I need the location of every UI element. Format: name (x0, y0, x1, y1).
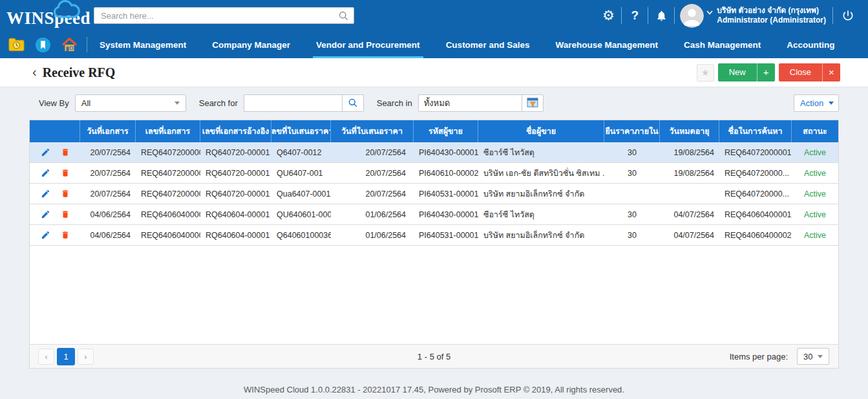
star-icon: ★ (701, 67, 710, 78)
prev-page-button[interactable]: ‹ (38, 349, 54, 365)
search-in-filter-button[interactable] (522, 94, 544, 112)
search-in-label: Search in (377, 98, 412, 108)
close-x-icon[interactable]: × (822, 63, 840, 81)
cell-doc_date: 20/07/2564 (80, 184, 136, 204)
column-header-doc_date[interactable]: วันที่เอกสาร (80, 120, 136, 142)
cell-doc_no: REQ64072000001 (136, 142, 200, 162)
cell-status: Active (792, 163, 838, 183)
edit-row-button[interactable] (41, 230, 50, 240)
settings-button[interactable]: ⚙ (595, 0, 621, 31)
nav-item-accounting[interactable]: Accounting (783, 31, 838, 58)
search-for-input[interactable] (244, 94, 342, 112)
notifications-button[interactable] (648, 0, 674, 31)
delete-row-button[interactable] (61, 210, 70, 219)
delete-row-button[interactable] (61, 230, 70, 240)
delete-row-button[interactable] (61, 147, 70, 157)
row-actions (30, 184, 80, 204)
edit-row-button[interactable] (41, 147, 50, 157)
cell-valid_within: 30 (604, 142, 660, 162)
page-title: Receive RFQ (43, 65, 116, 80)
items-per-page-select[interactable]: 30 (797, 348, 829, 365)
cell-ref_doc_no: RQ640720-00001 (200, 163, 271, 183)
table-row[interactable]: 04/06/2564REQ64060400002RQ640604-00001Q6… (30, 225, 838, 246)
back-button[interactable]: ‹ (32, 65, 37, 80)
column-header-doc_no[interactable]: เลขที่เอกสาร (136, 120, 200, 142)
bookmarks-button[interactable] (34, 36, 51, 53)
search-in-input[interactable] (418, 94, 522, 112)
plus-icon[interactable]: + (757, 63, 775, 81)
column-header-ref_doc_no[interactable]: เลขที่เอกสารอ้างอิง (200, 120, 271, 142)
company-name: บริษัท ตัวอย่าง จำกัด (กรุงเทพ) (717, 6, 826, 16)
cell-doc_no: REQ64060400002 (136, 225, 200, 245)
table-row[interactable]: 20/07/2564REQ64072000001RQ640720-00001Q6… (30, 142, 838, 163)
home-button[interactable] (61, 36, 78, 53)
nav-item-warehouse-management[interactable]: Warehouse Management (552, 31, 661, 58)
cell-quote_date: 01/06/2564 (331, 225, 414, 245)
recent-documents-button[interactable] (8, 36, 25, 53)
cell-quote_date: 01/06/2564 (331, 204, 414, 224)
close-button-label: Close (779, 63, 822, 81)
search-icon (348, 98, 358, 108)
cell-search_name: REQ64060400002 (719, 225, 792, 245)
cell-doc_date: 04/06/2564 (80, 204, 136, 224)
filter-bar: View By All Search for Search in Action (0, 88, 868, 118)
cell-doc_no: REQ64072000002 (136, 163, 200, 183)
column-header-vendor_name[interactable]: ชื่อผู้ขาย (478, 120, 604, 142)
action-label: Action (800, 98, 823, 108)
winspeed-logo[interactable]: WINSpeed (6, 0, 90, 31)
edit-row-button[interactable] (41, 189, 50, 199)
column-header-quote_date[interactable]: วันที่ใบเสนอราคา (331, 120, 414, 142)
bell-icon (655, 10, 668, 22)
table-row[interactable]: 04/06/2564REQ64060400001RQ640604-00001QU… (30, 204, 838, 225)
cell-doc_date: 20/07/2564 (80, 142, 136, 162)
cell-ref_doc_no: RQ640604-00001 (200, 225, 271, 245)
search-for-label: Search for (199, 98, 238, 108)
nav-item-vendor-and-procurement[interactable]: Vendor and Procurement (313, 31, 423, 58)
nav-item-system-management[interactable]: System Management (96, 31, 189, 58)
new-button[interactable]: New + (718, 63, 775, 81)
pagination: ‹ 1 › 1 - 5 of 5 Items per page: 30 (30, 344, 838, 368)
cell-vendor_code: PI640430-00001 (414, 204, 478, 224)
global-search-input[interactable] (94, 8, 354, 23)
edit-row-button[interactable] (41, 210, 50, 219)
nav-item-company-manager[interactable]: Company Manager (209, 31, 293, 58)
column-header-valid_within[interactable]: ยืนราคาภายใน (604, 120, 660, 142)
caret-down-icon (175, 102, 180, 105)
cloud-icon (49, 0, 83, 19)
favorite-button[interactable]: ★ (697, 64, 714, 81)
nav-item-customer-and-sales[interactable]: Customer and Sales (443, 31, 533, 58)
column-header-quote_no[interactable]: เลขที่ใบเสนอราคา (271, 120, 331, 142)
logout-button[interactable] (833, 0, 863, 31)
cell-quote_no: Q6407-0012 (271, 142, 331, 162)
user-menu[interactable]: บริษัท ตัวอย่าง จำกัด (กรุงเทพ) Administ… (675, 4, 832, 28)
search-for-button[interactable] (342, 94, 364, 112)
column-header-search_name[interactable]: ชื่อในการค้นหา (719, 120, 792, 142)
column-header-expire_date[interactable]: วันหมดอายุ (660, 120, 719, 142)
cell-vendor_name: ซีอาร์ซี ไทวัสดุ (478, 142, 604, 162)
delete-row-button[interactable] (61, 168, 70, 178)
row-actions (30, 225, 80, 245)
view-by-label: View By (39, 98, 69, 108)
cell-quote_no: Qua6407-0001 (271, 184, 331, 204)
cell-vendor_name: บริษัท เอก-ชัย ดีสทริบิวชั่น ซิสเทม ... (478, 163, 604, 183)
cell-status: Active (792, 204, 838, 224)
nav-item-cash-management[interactable]: Cash Management (681, 31, 764, 58)
cell-quote_date: 20/07/2564 (331, 184, 414, 204)
column-header-vendor_code[interactable]: รหัสผู้ขาย (414, 120, 478, 142)
next-page-button[interactable]: › (78, 349, 94, 365)
page-1-button[interactable]: 1 (57, 348, 75, 365)
delete-row-button[interactable] (61, 189, 70, 199)
table-row[interactable]: 20/07/2564REQ64072000003RQ640720-00001Qu… (30, 184, 838, 204)
help-button[interactable]: ? (622, 0, 648, 31)
table-row[interactable]: 20/07/2564REQ64072000002RQ640720-00001QU… (30, 163, 838, 184)
column-header-status[interactable]: สถานะ (792, 120, 838, 142)
bookmark-icon (35, 37, 51, 53)
view-by-select[interactable]: All (75, 94, 186, 112)
close-button[interactable]: Close × (779, 63, 840, 81)
row-actions (30, 204, 80, 224)
cell-ref_doc_no: RQ640720-00001 (200, 142, 271, 162)
footer: WINSpeed Cloud 1.0.0.22831 - 20221017 17… (0, 385, 868, 394)
edit-row-button[interactable] (41, 168, 50, 178)
action-dropdown[interactable]: Action (794, 94, 839, 112)
cell-status: Active (792, 142, 838, 162)
